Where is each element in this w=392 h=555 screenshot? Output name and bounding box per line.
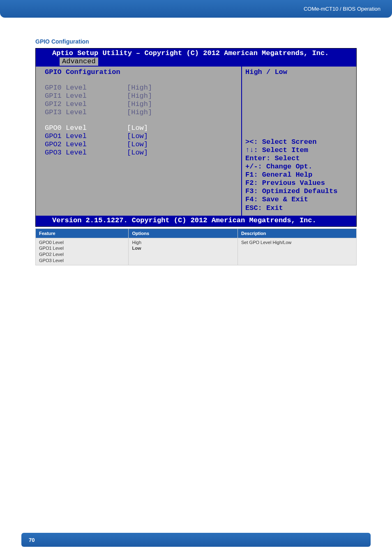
bios-page-heading: GPIO Configuration [45,68,238,76]
bios-screenshot: Aptio Setup Utility – Copyright (C) 2012… [35,48,357,227]
th-feature: Feature [36,228,129,238]
gpo2-level-label: GPO2 Level [45,140,127,149]
bios-tab-row: Advanced [36,58,356,66]
gpo0-level-row[interactable]: GPO0 Level [Low] [45,124,238,132]
feature-table: Feature Options Description GPO0 Level G… [35,228,357,265]
options-line-2: Low [132,245,234,251]
gpo2-level-value: [Low] [127,140,148,149]
th-description: Description [238,228,357,238]
gpo0-level-value: [Low] [127,124,148,132]
table-row: GPO0 Level GPO1 Level GPO2 Level GPO3 Le… [36,238,357,265]
gpi3-level-value: [High] [127,108,152,117]
key-previous-values: F2: Previous Values [245,179,353,187]
page-content: GPIO Configuration Aptio Setup Utility –… [0,18,392,265]
key-esc-exit: ESC: Exit [245,204,353,212]
th-options: Options [129,228,238,238]
gpi1-level-row: GPI1 Level [High] [45,92,238,100]
cell-feature: GPO0 Level GPO1 Level GPO2 Level GPO3 Le… [36,238,129,265]
key-change-opt: +/-: Change Opt. [245,163,353,171]
key-select-item: ↑↓: Select Item [245,146,353,154]
gpo1-level-value: [Low] [127,132,148,140]
feature-line-1: GPO0 Level [39,240,125,246]
gpi2-level-label: GPI2 Level [45,100,127,108]
feature-line-4: GPO3 Level [39,258,125,264]
gpi2-level-value: [High] [127,100,152,108]
table-header-row: Feature Options Description [36,228,357,238]
cell-options: High Low [129,238,238,265]
gpi3-level-label: GPI3 Level [45,108,127,117]
gpo3-level-row[interactable]: GPO3 Level [Low] [45,149,238,157]
feature-line-2: GPO1 Level [39,245,125,251]
key-general-help: F1: General Help [245,171,353,179]
bios-right-pane: High / Low ><: Select Screen ↑↓: Select … [241,67,356,215]
bios-main-area: GPIO Configuration GPI0 Level [High] GPI… [36,66,356,215]
gpi1-level-label: GPI1 Level [45,92,127,100]
spacer [45,117,238,124]
gpi1-level-value: [High] [127,92,152,100]
page-number: 70 [29,537,35,543]
feature-line-3: GPO2 Level [39,251,125,258]
bios-left-pane: GPIO Configuration GPI0 Level [High] GPI… [36,67,241,215]
key-save-exit: F4: Save & Exit [245,196,353,204]
item-help-text: High / Low [245,68,353,76]
page-footer-bar: 70 [21,533,371,547]
gpo1-level-label: GPO1 Level [45,132,127,140]
gpi0-level-row: GPI0 Level [High] [45,84,238,92]
gpi0-level-label: GPI0 Level [45,84,127,92]
gpo1-level-row[interactable]: GPO1 Level [Low] [45,132,238,140]
gpo0-level-label: GPO0 Level [45,124,127,132]
bios-title: Aptio Setup Utility – Copyright (C) 2012… [36,48,356,58]
gpo3-level-value: [Low] [127,149,148,157]
key-optimized-defaults: F3: Optimized Defaults [245,187,353,196]
page-header-bar: COMe-mCT10 / BIOS Operation [0,0,392,18]
tab-advanced[interactable]: Advanced [60,58,98,66]
help-keys-block: ><: Select Screen ↑↓: Select Item Enter:… [245,138,353,212]
key-select-screen: ><: Select Screen [245,138,353,146]
gpo2-level-row[interactable]: GPO2 Level [Low] [45,140,238,149]
cell-description: Set GPO Level High/Low [238,238,357,265]
breadcrumb: COMe-mCT10 / BIOS Operation [304,6,380,12]
gpi2-level-row: GPI2 Level [High] [45,100,238,108]
bios-version-footer: Version 2.15.1227. Copyright (C) 2012 Am… [36,216,356,226]
key-enter-select: Enter: Select [245,154,353,163]
gpi3-level-row: GPI3 Level [High] [45,108,238,117]
gpo3-level-label: GPO3 Level [45,149,127,157]
gpi0-level-value: [High] [127,84,152,92]
section-title: GPIO Configuration [35,38,357,45]
options-line-1: High [132,240,234,246]
